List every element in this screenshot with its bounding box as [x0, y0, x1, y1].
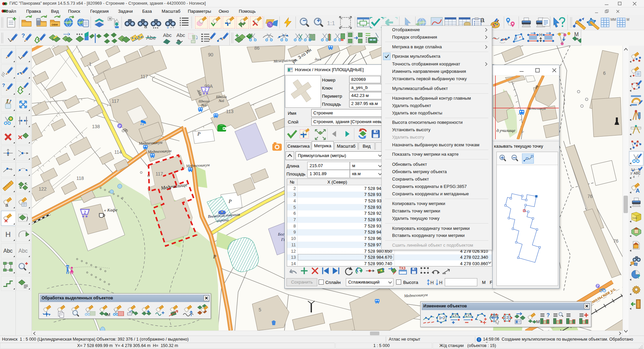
svg-text:ПОМ: ПОМ	[632, 217, 637, 219]
svg-text:3: 3	[630, 172, 632, 175]
svg-text:Школа: Школа	[216, 95, 227, 99]
svg-text:Abc: Abc	[18, 248, 28, 254]
svg-text:« Кафе: « Кафе	[104, 207, 117, 212]
svg-text:P: P	[535, 85, 538, 90]
svg-text:1: 1	[89, 61, 92, 67]
svg-text:H: H	[430, 280, 434, 285]
svg-text:4: 4	[633, 175, 635, 179]
svg-text:Бог: Бог	[277, 232, 284, 237]
svg-text:?: ?	[546, 312, 550, 318]
svg-text:2: 2	[506, 316, 508, 319]
svg-text:118: 118	[76, 176, 84, 181]
svg-text:1: 1	[503, 316, 505, 319]
svg-text:122: 122	[39, 186, 47, 192]
svg-text:MM: MM	[610, 18, 616, 21]
svg-text:H: H	[539, 33, 542, 37]
svg-text:5: 5	[259, 307, 261, 312]
svg-text:117: 117	[112, 98, 119, 104]
svg-text:доск: доск	[315, 57, 321, 61]
svg-text:76: 76	[613, 238, 619, 244]
svg-text:a: a	[480, 15, 485, 24]
svg-text:L=?: L=?	[466, 314, 471, 317]
svg-text:Abc: Abc	[3, 248, 13, 254]
svg-text:A: A	[636, 188, 640, 194]
svg-text:114: 114	[114, 149, 122, 155]
svg-text:2: 2	[204, 88, 207, 92]
svg-text:д.училище: д.училище	[496, 128, 516, 133]
svg-text:M: M	[536, 319, 540, 324]
svg-text:P: P	[228, 199, 231, 204]
svg-text:113: 113	[226, 109, 234, 114]
svg-text:P: P	[118, 124, 121, 128]
svg-text:a: a	[5, 202, 8, 208]
svg-text:DBM: DBM	[52, 23, 58, 26]
svg-text:?: ?	[2, 82, 5, 88]
svg-text:L=?: L=?	[453, 314, 459, 317]
svg-text:Школа: Школа	[198, 99, 209, 103]
svg-text:P: P	[213, 254, 216, 259]
svg-text:90: 90	[208, 52, 213, 57]
svg-text:№6: №6	[201, 103, 207, 107]
svg-text:№6: №6	[218, 99, 224, 103]
svg-text:6: 6	[603, 70, 606, 76]
svg-text:138: 138	[92, 124, 100, 129]
svg-text:2: 2	[84, 210, 86, 215]
svg-text:a: a	[144, 23, 147, 29]
svg-text:1:1: 1:1	[327, 20, 335, 27]
svg-text:охрана: охрана	[217, 217, 229, 223]
svg-text:117: 117	[156, 171, 163, 177]
svg-text:!: !	[478, 338, 479, 341]
svg-text:117: 117	[141, 74, 148, 79]
svg-text:M: M	[107, 312, 110, 317]
svg-text:ТХЗ: ТХЗ	[399, 266, 406, 270]
svg-text:M: M	[627, 18, 629, 21]
svg-text:?: ?	[637, 274, 640, 280]
svg-text:P: P	[597, 284, 599, 288]
svg-text:76: 76	[587, 194, 593, 199]
svg-text:H: H	[5, 230, 11, 239]
svg-text:P: P	[197, 131, 200, 137]
svg-text:Медтехникум: Медтехникум	[528, 107, 546, 110]
svg-text:86: 86	[254, 46, 260, 51]
svg-text:H: H	[439, 280, 442, 285]
svg-text:2: 2	[443, 316, 445, 320]
